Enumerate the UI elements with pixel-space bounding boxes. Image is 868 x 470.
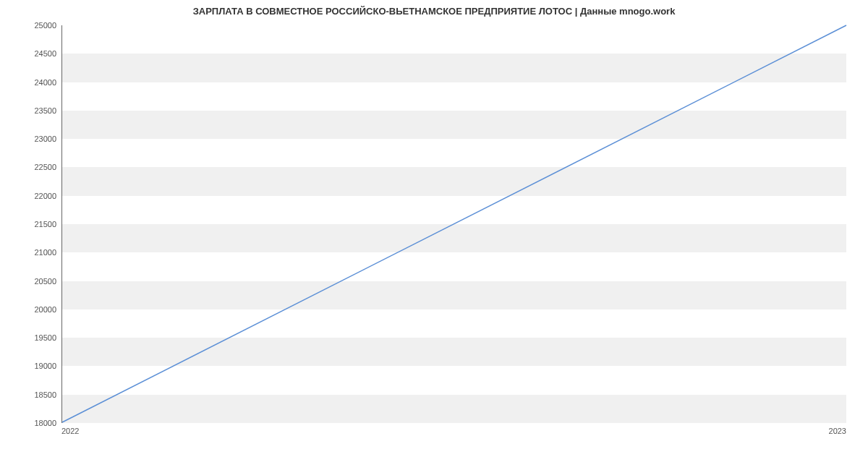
y-tick-label: 18000 — [6, 419, 56, 427]
y-tick-label: 22500 — [6, 163, 56, 171]
y-tick-label: 19000 — [6, 362, 56, 370]
y-tick-label: 19500 — [6, 333, 56, 342]
y-tick-label: 20500 — [6, 277, 56, 286]
y-tick-label: 23000 — [6, 134, 56, 143]
y-tick-label: 24500 — [6, 49, 56, 58]
x-tick-label: 2023 — [829, 427, 846, 435]
line-series — [62, 25, 846, 422]
x-tick-label: 2022 — [61, 427, 79, 435]
y-tick-label: 21500 — [6, 220, 56, 228]
chart-title: ЗАРПЛАТА В СОВМЕСТНОЕ РОССИЙСКО-ВЬЕТНАМС… — [0, 6, 868, 17]
y-tick-label: 24000 — [6, 78, 56, 87]
y-tick-label: 21000 — [6, 248, 56, 257]
y-tick-label: 25000 — [6, 21, 56, 30]
plot-area — [61, 25, 846, 423]
y-tick-label: 22000 — [6, 192, 56, 200]
y-tick-label: 23500 — [6, 106, 56, 115]
y-tick-label: 18500 — [6, 390, 56, 399]
y-tick-label: 20000 — [6, 305, 56, 314]
